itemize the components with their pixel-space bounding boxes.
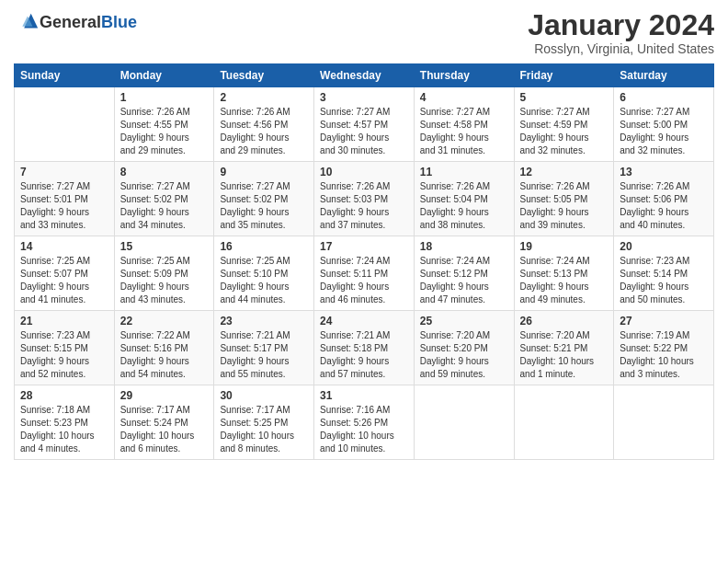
calendar-cell: 30Sunrise: 7:17 AM Sunset: 5:25 PM Dayli…: [214, 385, 314, 460]
title-block: January 2024 Rosslyn, Virginia, United S…: [528, 9, 714, 56]
day-number: 6: [620, 91, 708, 104]
calendar-cell: 25Sunrise: 7:20 AM Sunset: 5:20 PM Dayli…: [414, 311, 514, 385]
day-number: 18: [420, 240, 508, 253]
header-monday: Monday: [114, 64, 214, 87]
calendar-cell: [514, 385, 614, 460]
day-number: 29: [120, 389, 209, 402]
day-info: Sunrise: 7:24 AM Sunset: 5:13 PM Dayligh…: [520, 255, 609, 306]
calendar-cell: 13Sunrise: 7:26 AM Sunset: 5:06 PM Dayli…: [614, 162, 714, 236]
day-number: 23: [220, 315, 308, 327]
calendar-cell: 9Sunrise: 7:27 AM Sunset: 5:02 PM Daylig…: [214, 162, 314, 236]
calendar-header-row: Sunday Monday Tuesday Wednesday Thursday…: [15, 64, 714, 87]
calendar-cell: 20Sunrise: 7:23 AM Sunset: 5:14 PM Dayli…: [614, 236, 714, 311]
logo: GeneralBlue: [14, 9, 137, 35]
calendar-week-row: 1Sunrise: 7:26 AM Sunset: 4:55 PM Daylig…: [15, 87, 714, 162]
calendar-cell: 29Sunrise: 7:17 AM Sunset: 5:24 PM Dayli…: [114, 385, 214, 460]
calendar-cell: 10Sunrise: 7:26 AM Sunset: 5:03 PM Dayli…: [314, 162, 415, 236]
calendar-cell: 26Sunrise: 7:20 AM Sunset: 5:21 PM Dayli…: [514, 311, 614, 385]
day-number: 11: [420, 166, 508, 178]
location: Rosslyn, Virginia, United States: [528, 41, 714, 56]
header-thursday: Thursday: [414, 64, 514, 87]
day-number: 30: [220, 389, 308, 402]
calendar-cell: 31Sunrise: 7:16 AM Sunset: 5:26 PM Dayli…: [314, 385, 415, 460]
day-info: Sunrise: 7:24 AM Sunset: 5:11 PM Dayligh…: [320, 255, 408, 306]
day-number: 1: [120, 91, 209, 104]
calendar-cell: 6Sunrise: 7:27 AM Sunset: 5:00 PM Daylig…: [614, 87, 714, 162]
day-info: Sunrise: 7:27 AM Sunset: 4:57 PM Dayligh…: [320, 106, 408, 157]
calendar-week-row: 28Sunrise: 7:18 AM Sunset: 5:23 PM Dayli…: [15, 385, 714, 460]
header: GeneralBlue January 2024 Rosslyn, Virgin…: [14, 9, 714, 56]
calendar-week-row: 7Sunrise: 7:27 AM Sunset: 5:01 PM Daylig…: [15, 162, 714, 236]
day-number: 8: [120, 166, 209, 178]
calendar-cell: 28Sunrise: 7:18 AM Sunset: 5:23 PM Dayli…: [15, 385, 115, 460]
day-number: 27: [620, 315, 708, 327]
day-info: Sunrise: 7:25 AM Sunset: 5:09 PM Dayligh…: [120, 255, 209, 306]
calendar-cell: 1Sunrise: 7:26 AM Sunset: 4:55 PM Daylig…: [114, 87, 214, 162]
calendar-cell: 23Sunrise: 7:21 AM Sunset: 5:17 PM Dayli…: [214, 311, 314, 385]
day-info: Sunrise: 7:23 AM Sunset: 5:14 PM Dayligh…: [620, 255, 708, 306]
day-number: 25: [420, 315, 508, 327]
calendar-cell: 7Sunrise: 7:27 AM Sunset: 5:01 PM Daylig…: [15, 162, 115, 236]
day-info: Sunrise: 7:22 AM Sunset: 5:16 PM Dayligh…: [120, 329, 209, 381]
day-number: 16: [220, 240, 308, 253]
logo-icon: [14, 9, 40, 35]
day-number: 9: [220, 166, 308, 178]
day-info: Sunrise: 7:17 AM Sunset: 5:24 PM Dayligh…: [120, 404, 209, 455]
day-info: Sunrise: 7:19 AM Sunset: 5:22 PM Dayligh…: [620, 329, 708, 381]
calendar-cell: 19Sunrise: 7:24 AM Sunset: 5:13 PM Dayli…: [514, 236, 614, 311]
day-info: Sunrise: 7:20 AM Sunset: 5:21 PM Dayligh…: [520, 329, 609, 381]
header-tuesday: Tuesday: [214, 64, 314, 87]
calendar-cell: 14Sunrise: 7:25 AM Sunset: 5:07 PM Dayli…: [15, 236, 115, 311]
day-info: Sunrise: 7:17 AM Sunset: 5:25 PM Dayligh…: [220, 404, 308, 455]
header-wednesday: Wednesday: [314, 64, 415, 87]
page-container: GeneralBlue January 2024 Rosslyn, Virgin…: [0, 0, 728, 469]
calendar-cell: 18Sunrise: 7:24 AM Sunset: 5:12 PM Dayli…: [414, 236, 514, 311]
day-number: 2: [220, 91, 308, 104]
logo-general: General: [40, 13, 101, 31]
day-info: Sunrise: 7:27 AM Sunset: 4:58 PM Dayligh…: [420, 106, 508, 157]
day-info: Sunrise: 7:23 AM Sunset: 5:15 PM Dayligh…: [20, 329, 108, 381]
calendar-week-row: 14Sunrise: 7:25 AM Sunset: 5:07 PM Dayli…: [15, 236, 714, 311]
calendar-cell: 3Sunrise: 7:27 AM Sunset: 4:57 PM Daylig…: [314, 87, 415, 162]
calendar-cell: 21Sunrise: 7:23 AM Sunset: 5:15 PM Dayli…: [15, 311, 115, 385]
day-info: Sunrise: 7:26 AM Sunset: 5:05 PM Dayligh…: [520, 180, 609, 232]
day-number: 17: [320, 240, 408, 253]
header-saturday: Saturday: [614, 64, 714, 87]
calendar-cell: 11Sunrise: 7:26 AM Sunset: 5:04 PM Dayli…: [414, 162, 514, 236]
day-number: 10: [320, 166, 408, 178]
calendar-cell: 5Sunrise: 7:27 AM Sunset: 4:59 PM Daylig…: [514, 87, 614, 162]
day-number: 3: [320, 91, 408, 104]
day-info: Sunrise: 7:21 AM Sunset: 5:18 PM Dayligh…: [320, 329, 408, 381]
day-info: Sunrise: 7:26 AM Sunset: 4:56 PM Dayligh…: [220, 106, 308, 157]
day-info: Sunrise: 7:25 AM Sunset: 5:10 PM Dayligh…: [220, 255, 308, 306]
calendar-cell: 15Sunrise: 7:25 AM Sunset: 5:09 PM Dayli…: [114, 236, 214, 311]
day-number: 12: [520, 166, 609, 178]
month-year: January 2024: [528, 9, 714, 41]
day-info: Sunrise: 7:21 AM Sunset: 5:17 PM Dayligh…: [220, 329, 308, 381]
day-number: 22: [120, 315, 209, 327]
day-info: Sunrise: 7:26 AM Sunset: 4:55 PM Dayligh…: [120, 106, 209, 157]
header-friday: Friday: [514, 64, 614, 87]
calendar-cell: 2Sunrise: 7:26 AM Sunset: 4:56 PM Daylig…: [214, 87, 314, 162]
day-info: Sunrise: 7:27 AM Sunset: 5:01 PM Dayligh…: [20, 180, 108, 232]
header-sunday: Sunday: [15, 64, 115, 87]
logo-blue: Blue: [101, 13, 137, 31]
day-number: 7: [20, 166, 108, 178]
day-number: 26: [520, 315, 609, 327]
day-number: 15: [120, 240, 209, 253]
day-number: 5: [520, 91, 609, 104]
day-info: Sunrise: 7:27 AM Sunset: 5:02 PM Dayligh…: [220, 180, 308, 232]
day-number: 19: [520, 240, 609, 253]
day-info: Sunrise: 7:27 AM Sunset: 4:59 PM Dayligh…: [520, 106, 609, 157]
calendar-cell: [614, 385, 714, 460]
day-number: 31: [320, 389, 408, 402]
calendar-cell: 8Sunrise: 7:27 AM Sunset: 5:02 PM Daylig…: [114, 162, 214, 236]
calendar-cell: 16Sunrise: 7:25 AM Sunset: 5:10 PM Dayli…: [214, 236, 314, 311]
day-info: Sunrise: 7:18 AM Sunset: 5:23 PM Dayligh…: [20, 404, 108, 455]
calendar-cell: [15, 87, 115, 162]
day-info: Sunrise: 7:24 AM Sunset: 5:12 PM Dayligh…: [420, 255, 508, 306]
day-info: Sunrise: 7:25 AM Sunset: 5:07 PM Dayligh…: [20, 255, 108, 306]
day-info: Sunrise: 7:20 AM Sunset: 5:20 PM Dayligh…: [420, 329, 508, 381]
day-number: 13: [620, 166, 708, 178]
calendar-cell: 12Sunrise: 7:26 AM Sunset: 5:05 PM Dayli…: [514, 162, 614, 236]
